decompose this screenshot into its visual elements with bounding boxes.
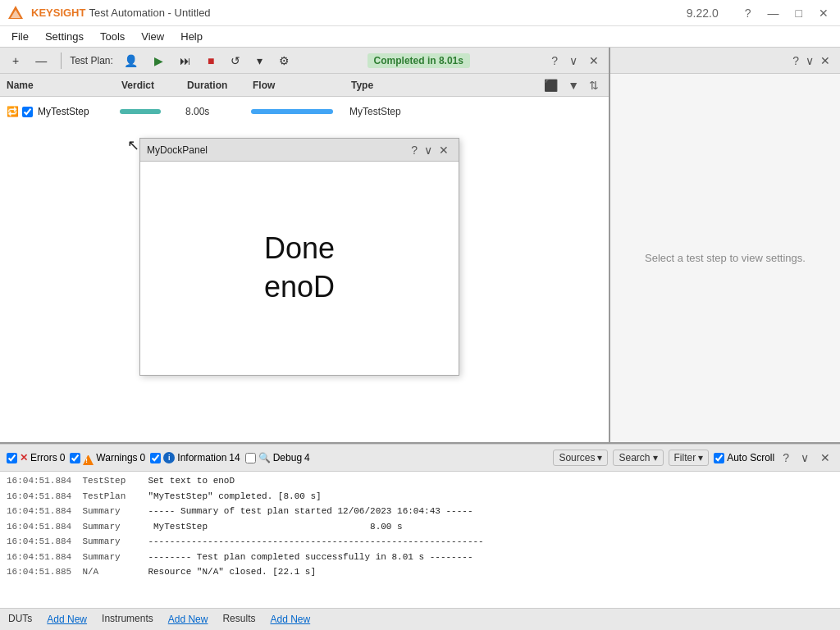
log-source: Summary: [82, 550, 148, 564]
log-message: Set text to enoD: [148, 474, 833, 488]
auto-scroll-checkbox[interactable]: [714, 453, 724, 463]
log-source: TestStep: [82, 474, 148, 488]
title-help-btn[interactable]: ?: [740, 5, 756, 21]
col-sort-icon[interactable]: ⇅: [586, 77, 602, 94]
title-maximize-btn[interactable]: □: [791, 5, 807, 21]
auto-scroll-toggle[interactable]: Auto Scroll: [714, 452, 774, 463]
main-layout: + — Test Plan: 👤 ▶ ⏭ ■ ↺ ▾ ⚙ Completed i…: [0, 48, 840, 630]
list-item: 16:04:51.884 TestPlan "MyTestStep" compl…: [0, 489, 840, 504]
sources-dropdown-btn[interactable]: Sources ▾: [553, 450, 608, 466]
tab-results[interactable]: Results: [221, 609, 257, 629]
menu-file[interactable]: File: [3, 29, 37, 44]
add-new-instruments[interactable]: Add New: [168, 614, 208, 625]
title-close-btn[interactable]: ✕: [814, 5, 833, 21]
log-message: ----- Summary of test plan started 12/06…: [148, 504, 833, 518]
errors-checkbox[interactable]: [7, 453, 17, 463]
title-bar: KEYSIGHT Test Automation - Untitled 9.22…: [0, 0, 840, 26]
filter-errors[interactable]: ✕ Errors 0: [7, 452, 65, 463]
log-time: 16:04:51.884: [7, 535, 82, 549]
dock-panel-content: Done enoD: [140, 162, 459, 375]
dropdown-btn[interactable]: ▾: [251, 51, 268, 71]
play-btn[interactable]: ▶: [148, 51, 169, 71]
filter-dropdown-btn[interactable]: Filter ▾: [669, 450, 710, 466]
app-brand: KEYSIGHT: [31, 7, 85, 19]
errors-count: 0: [60, 452, 66, 463]
refresh-btn[interactable]: ↺: [225, 51, 246, 71]
auto-scroll-label: Auto Scroll: [727, 452, 774, 463]
col-header-flow: Flow: [253, 80, 351, 91]
panel-header-controls: ? ∨ ✕: [548, 52, 602, 69]
log-minimize-btn[interactable]: ∨: [797, 450, 812, 466]
menu-settings[interactable]: Settings: [37, 29, 92, 44]
information-label: Information: [177, 452, 226, 463]
mouse-cursor: ↖: [127, 136, 139, 154]
log-source: TestPlan: [82, 490, 148, 504]
log-source: Summary: [82, 504, 148, 518]
log-message: -------- Test plan completed successfull…: [148, 550, 833, 564]
settings-placeholder: Select a test step to view settings.: [610, 74, 840, 442]
title-minimize-btn[interactable]: —: [763, 5, 784, 21]
filter-debug[interactable]: 🔍 Debug 4: [245, 452, 310, 463]
tab-instruments[interactable]: Instruments: [100, 609, 155, 629]
warnings-checkbox[interactable]: [70, 453, 80, 463]
log-message: ----------------------------------------…: [148, 535, 833, 549]
log-help-btn[interactable]: ?: [779, 450, 792, 466]
log-close-btn[interactable]: ✕: [817, 450, 833, 466]
avatar-btn[interactable]: 👤: [118, 51, 144, 71]
list-item: 16:04:51.884 Summary MyTestStep 8.00 s: [0, 519, 840, 535]
col-header-type: Type: [351, 80, 541, 91]
dock-help-btn[interactable]: ?: [408, 142, 421, 158]
list-item: 16:04:51.884 Summary -------- Test plan …: [0, 550, 840, 565]
table-row[interactable]: 🔁 MyTestStep 8.00s MyTestStep: [0, 100, 609, 123]
panel-close-btn[interactable]: ✕: [586, 52, 602, 69]
col-filter-icon[interactable]: ▼: [564, 77, 582, 94]
debug-checkbox[interactable]: [245, 453, 256, 463]
dock-close-btn[interactable]: ✕: [436, 142, 452, 158]
stop-btn[interactable]: ■: [202, 51, 220, 71]
search-dropdown-btn[interactable]: Search ▾: [613, 450, 663, 466]
add-new-results[interactable]: Add New: [270, 614, 310, 625]
information-icon: i: [163, 452, 175, 463]
test-plan-label: Test Plan:: [70, 55, 113, 66]
debug-label: Debug: [273, 452, 302, 463]
debug-icon: 🔍: [258, 452, 271, 463]
col-chart-icon[interactable]: ⬛: [541, 77, 561, 94]
menu-help[interactable]: Help: [172, 29, 211, 44]
row-checkbox[interactable]: [22, 107, 33, 117]
menu-tools[interactable]: Tools: [92, 29, 133, 44]
filter-information[interactable]: i Information 14: [150, 452, 240, 463]
app-version: 9.22.0: [682, 5, 724, 21]
menu-view[interactable]: View: [133, 29, 172, 44]
settings-gear-btn[interactable]: ⚙: [273, 51, 295, 71]
panel-minimize-btn[interactable]: ∨: [566, 52, 581, 69]
information-checkbox[interactable]: [150, 453, 161, 463]
log-toolbar-right: Sources ▾ Search ▾ Filter ▾ Auto Scroll …: [553, 450, 833, 466]
col-header-verdict: Verdict: [121, 80, 187, 91]
log-source: Summary: [82, 535, 148, 549]
panel-help-btn[interactable]: ?: [548, 52, 561, 69]
log-time: 16:04:51.884: [7, 550, 82, 564]
log-source: Summary: [82, 520, 148, 534]
settings-close-btn[interactable]: ✕: [817, 52, 833, 69]
skip-btn[interactable]: ⏭: [174, 51, 197, 71]
tab-duts[interactable]: DUTs: [7, 609, 34, 629]
add-new-duts[interactable]: Add New: [47, 614, 87, 625]
errors-label: Errors: [30, 452, 57, 463]
row-duration: 8.00s: [185, 106, 251, 117]
list-item: 16:04:51.884 Summary -------------------…: [0, 534, 840, 550]
dock-minimize-btn[interactable]: ∨: [421, 142, 436, 158]
test-rows: 🔁 MyTestStep 8.00s MyTestStep ↖: [0, 97, 609, 442]
add-step-btn[interactable]: +: [7, 51, 25, 71]
settings-minimize-btn[interactable]: ∨: [802, 52, 817, 69]
list-item: 16:04:51.885 N/A Resource "N/A" closed. …: [0, 564, 840, 580]
dock-panel-header: MyDockPanel ? ∨ ✕: [140, 139, 459, 162]
dock-panel: MyDockPanel ? ∨ ✕ Done enoD: [139, 138, 459, 376]
filter-warnings[interactable]: ! Warnings 0: [70, 452, 145, 463]
remove-step-btn[interactable]: —: [30, 51, 52, 71]
bottom-tabs: DUTs Add New Instruments Add New Results…: [0, 608, 840, 630]
debug-count: 4: [304, 452, 310, 463]
col-header-duration: Duration: [187, 80, 253, 91]
settings-help-btn[interactable]: ?: [789, 52, 802, 69]
completion-status: Completed in 8.01s: [368, 53, 470, 68]
log-message: "MyTestStep" completed. [8.00 s]: [148, 490, 833, 504]
